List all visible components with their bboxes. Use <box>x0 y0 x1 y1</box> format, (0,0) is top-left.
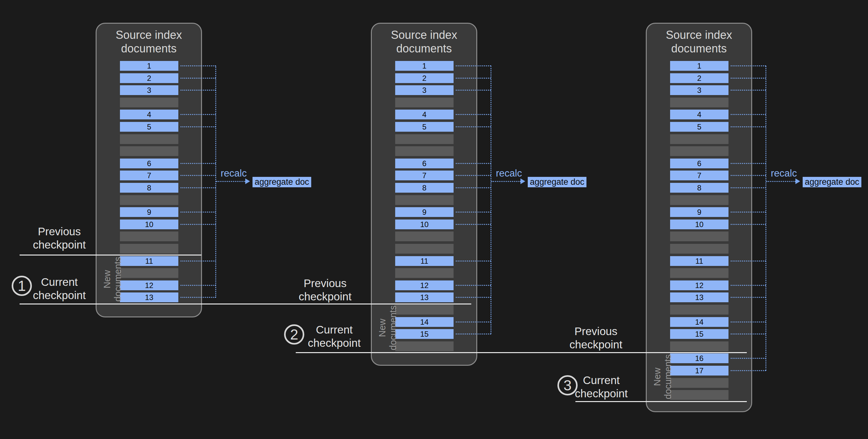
doc-number: 10 <box>120 220 178 229</box>
empty-slot-bar <box>395 244 454 254</box>
doc-number: 3 <box>670 85 728 95</box>
new-documents-label-line: New <box>652 352 662 402</box>
doc-number: 12 <box>120 281 178 290</box>
doc-number: 10 <box>395 220 454 229</box>
empty-slot-bar <box>395 134 454 144</box>
panel-title-line: Source index <box>371 28 477 42</box>
empty-slot-bar <box>120 244 178 254</box>
empty-slot-bar <box>670 244 728 254</box>
previous-checkpoint-label-1: Previouscheckpoint <box>15 225 103 252</box>
doc-bar-12: 12 <box>395 281 454 290</box>
doc-bar-11: 11 <box>395 256 454 266</box>
doc-number: 13 <box>395 292 454 302</box>
doc-number: 1 <box>395 61 454 71</box>
recalc-arrowhead <box>796 178 800 184</box>
empty-slot-bar <box>120 97 178 107</box>
new-documents-label-line: documents <box>112 254 123 304</box>
doc-number: 6 <box>120 158 178 168</box>
doc-bar-13: 13 <box>670 292 728 302</box>
doc-number: 1 <box>670 61 728 71</box>
doc-connector-line <box>181 187 216 188</box>
doc-number: 9 <box>670 207 728 217</box>
doc-number: 11 <box>395 256 454 266</box>
panel-title-line: documents <box>371 42 477 55</box>
doc-number: 11 <box>120 256 178 266</box>
doc-bar-4: 4 <box>120 110 178 119</box>
empty-slot-bar <box>670 268 728 278</box>
doc-connector-line <box>731 175 766 176</box>
previous-checkpoint-line-1 <box>20 255 202 256</box>
doc-number: 8 <box>120 183 178 193</box>
previous-checkpoint-label-line: Previous <box>552 325 640 338</box>
doc-number: 9 <box>120 207 178 217</box>
aggregate-doc-box: aggregate doc <box>528 177 586 187</box>
recalc-label: recalc <box>771 168 797 179</box>
doc-bar-5: 5 <box>670 122 728 132</box>
doc-number: 2 <box>670 73 728 83</box>
current-checkpoint-line-3 <box>576 401 747 402</box>
doc-bar-14: 14 <box>395 317 454 327</box>
doc-connector-line <box>181 224 216 225</box>
doc-connector-line <box>456 224 491 225</box>
doc-number: 12 <box>395 281 454 290</box>
doc-connector-line <box>456 212 491 212</box>
doc-bar-1: 1 <box>395 61 454 71</box>
doc-bar-4: 4 <box>670 110 728 119</box>
doc-bar-7: 7 <box>120 171 178 180</box>
doc-connector-line <box>731 163 766 164</box>
doc-bar-15: 15 <box>670 329 728 339</box>
doc-connector-line <box>731 322 766 322</box>
previous-checkpoint-label-line: checkpoint <box>552 338 640 351</box>
doc-bar-5: 5 <box>395 122 454 132</box>
doc-number: 5 <box>395 122 454 132</box>
doc-bar-6: 6 <box>670 158 728 168</box>
doc-bar-2: 2 <box>395 73 454 83</box>
doc-bar-3: 3 <box>395 85 454 95</box>
doc-connector-line <box>456 261 491 262</box>
doc-connector-line <box>456 65 491 66</box>
doc-number: 4 <box>395 110 454 119</box>
empty-slot-bar <box>395 146 454 156</box>
empty-slot-bar <box>670 97 728 107</box>
doc-bar-9: 9 <box>395 207 454 217</box>
doc-number: 8 <box>670 183 728 193</box>
recalc-arrowhead <box>245 178 250 184</box>
doc-bar-11: 11 <box>120 256 178 266</box>
doc-connector-line <box>731 126 766 127</box>
doc-connector-line <box>456 126 491 127</box>
doc-connector-line <box>456 333 491 334</box>
doc-bar-15: 15 <box>395 329 454 339</box>
doc-number: 7 <box>395 171 454 180</box>
doc-number: 14 <box>395 317 454 327</box>
doc-bar-14: 14 <box>670 317 728 327</box>
doc-bar-6: 6 <box>395 158 454 168</box>
doc-number: 17 <box>670 366 728 376</box>
doc-connector-line <box>181 78 216 79</box>
doc-bar-1: 1 <box>120 61 178 71</box>
doc-bar-9: 9 <box>670 207 728 217</box>
previous-checkpoint-label-line: Previous <box>281 277 369 290</box>
doc-connector-line <box>731 224 766 225</box>
new-documents-label: Newdocuments <box>652 352 674 402</box>
doc-number: 11 <box>670 256 728 266</box>
doc-connector-line <box>181 297 216 298</box>
doc-number: 8 <box>395 183 454 193</box>
doc-number: 3 <box>120 85 178 95</box>
panel-title-line: Source index <box>646 28 752 42</box>
doc-connector-line <box>456 187 491 188</box>
empty-slot-bar <box>120 268 178 278</box>
empty-slot-bar <box>395 268 454 278</box>
doc-connector-line <box>731 358 766 359</box>
empty-slot-bar <box>670 232 728 241</box>
panel-title: Source indexdocuments <box>646 28 752 55</box>
panel-title-line: documents <box>96 42 202 55</box>
doc-number: 6 <box>395 158 454 168</box>
doc-number: 12 <box>670 281 728 290</box>
previous-checkpoint-label-line: Previous <box>15 225 103 238</box>
empty-slot-bar <box>395 305 454 315</box>
doc-connector-line <box>181 261 216 262</box>
doc-number: 4 <box>670 110 728 119</box>
panel-title-line: Source index <box>96 28 202 42</box>
new-documents-label-line: documents <box>388 302 398 353</box>
doc-bar-10: 10 <box>120 220 178 229</box>
